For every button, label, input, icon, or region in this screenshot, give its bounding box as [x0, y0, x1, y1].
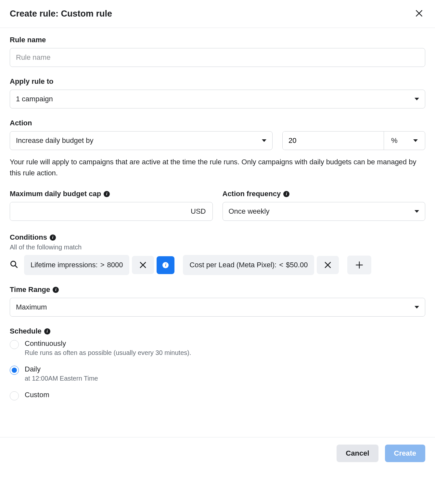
modal-body: Rule name Apply rule to 1 campaign Actio…	[0, 28, 435, 437]
search-icon	[10, 260, 18, 269]
rule-name-label: Rule name	[10, 36, 425, 44]
info-icon[interactable]: i	[104, 191, 110, 197]
add-condition-button[interactable]	[347, 256, 371, 274]
modal-title: Create rule: Custom rule	[10, 9, 112, 19]
modal-footer: Cancel Create	[0, 437, 435, 469]
budget-cap-currency: USD	[188, 202, 212, 220]
time-range-label: Time Range i	[10, 285, 425, 294]
schedule-option-continuously[interactable]: Continuously Rule runs as often as possi…	[10, 339, 425, 357]
conditions-group: Conditions i All of the following match …	[10, 233, 425, 275]
chevron-down-icon	[415, 98, 419, 100]
frequency-select[interactable]: Once weekly	[223, 202, 426, 221]
schedule-group: Schedule i Continuously Rule runs as oft…	[10, 327, 425, 400]
condition-chip[interactable]: Lifetime impressions: > 8000	[24, 255, 129, 275]
action-amount-input[interactable]	[283, 132, 384, 150]
frequency-label: Action frequency i	[223, 190, 426, 198]
apply-to-value: 1 campaign	[16, 95, 53, 103]
schedule-option-daily[interactable]: Daily at 12:00AM Eastern Time	[10, 365, 425, 382]
action-group: Action Increase daily budget by % Your r…	[10, 119, 425, 179]
schedule-option-custom[interactable]: Custom	[10, 391, 425, 400]
remove-condition-button[interactable]	[317, 256, 339, 274]
frequency-value: Once weekly	[229, 207, 270, 216]
time-range-select[interactable]: Maximum	[10, 298, 425, 317]
chevron-down-icon	[415, 306, 419, 309]
action-select[interactable]: Increase daily budget by	[10, 131, 273, 150]
info-icon: i	[162, 262, 169, 268]
apply-to-select[interactable]: 1 campaign	[10, 90, 425, 108]
info-icon[interactable]: i	[50, 234, 56, 241]
condition-chip[interactable]: Cost per Lead (Meta Pixel): < $50.00	[183, 255, 314, 275]
conditions-subtext: All of the following match	[10, 244, 425, 251]
conditions-label: Conditions i	[10, 233, 425, 242]
action-unit-select[interactable]: %	[384, 132, 425, 150]
radio-icon	[10, 391, 19, 400]
create-rule-modal: Create rule: Custom rule Rule name Apply…	[0, 0, 435, 469]
info-icon[interactable]: i	[283, 191, 289, 197]
budget-cap-group: Maximum daily budget cap i USD	[10, 190, 213, 221]
action-label: Action	[10, 119, 425, 127]
modal-header: Create rule: Custom rule	[0, 0, 435, 28]
time-range-value: Maximum	[16, 303, 47, 311]
cap-freq-row: Maximum daily budget cap i USD Action fr…	[10, 190, 425, 221]
action-select-value: Increase daily budget by	[16, 136, 94, 145]
condition-info-badge[interactable]: i	[157, 256, 174, 274]
radio-icon	[10, 340, 19, 349]
info-icon[interactable]: i	[53, 287, 59, 293]
action-unit-value: %	[391, 136, 398, 145]
close-icon	[139, 261, 147, 269]
conditions-row: Lifetime impressions: > 8000 i Cost per …	[10, 255, 425, 275]
info-icon[interactable]: i	[44, 328, 50, 334]
search-conditions[interactable]	[10, 258, 21, 272]
time-range-group: Time Range i Maximum	[10, 285, 425, 317]
rule-name-group: Rule name	[10, 36, 425, 67]
chevron-down-icon	[262, 139, 266, 142]
budget-cap-label: Maximum daily budget cap i	[10, 190, 213, 198]
apply-to-label: Apply rule to	[10, 77, 425, 86]
chevron-down-icon	[415, 210, 419, 213]
svg-line-1	[15, 265, 17, 267]
close-icon	[324, 261, 332, 269]
apply-to-group: Apply rule to 1 campaign	[10, 77, 425, 108]
cancel-button[interactable]: Cancel	[337, 445, 378, 462]
create-button[interactable]: Create	[385, 445, 425, 462]
action-amount-wrap: %	[282, 131, 425, 150]
schedule-label: Schedule i	[10, 327, 425, 335]
chevron-down-icon	[413, 139, 418, 142]
action-description: Your rule will apply to campaigns that a…	[10, 157, 425, 179]
remove-condition-button[interactable]	[132, 256, 154, 274]
frequency-group: Action frequency i Once weekly	[223, 190, 426, 221]
close-button[interactable]	[413, 7, 425, 20]
budget-cap-input[interactable]	[10, 202, 188, 220]
radio-icon	[10, 366, 19, 375]
close-icon	[415, 9, 423, 18]
plus-icon	[355, 261, 364, 269]
rule-name-input[interactable]	[10, 48, 425, 67]
